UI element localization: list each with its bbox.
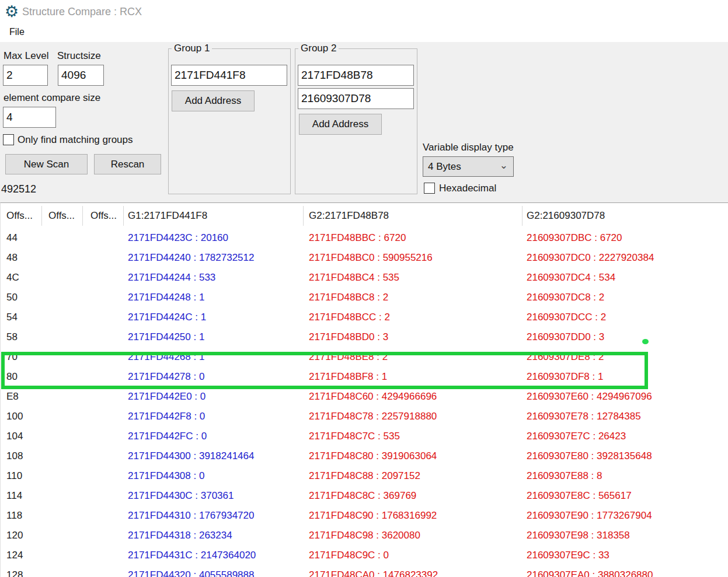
cell-g2b-address-value: 21609307E90 : 1773267904 — [527, 506, 652, 526]
menu-file[interactable]: File — [6, 25, 28, 39]
header-divider — [82, 206, 83, 226]
group2-address-input-2[interactable] — [298, 88, 414, 109]
element-compare-size-input[interactable] — [3, 107, 56, 128]
cell-g2b-address-value: 21609307DC4 : 534 — [527, 268, 615, 288]
cell-g2b-address-value: 21609307E7C : 26423 — [527, 426, 626, 446]
group1-box: Group 1 Add Address — [168, 48, 291, 194]
cell-g2b-address-value: 21609307DD0 : 3 — [527, 327, 604, 347]
group1-title: Group 1 — [172, 43, 212, 54]
header-g1[interactable]: G1:2171FD441F8 — [128, 203, 207, 228]
cell-offset: 110 — [6, 466, 22, 486]
cell-g2b-address-value: 21609307E98 : 318358 — [527, 526, 630, 545]
table-row[interactable]: 80 2171FD44278 : 0 2171FD48BF8 : 1 21609… — [1, 367, 728, 387]
header-divider — [41, 206, 42, 226]
header-divider — [522, 206, 523, 226]
cell-offset: 118 — [6, 506, 22, 526]
table-row[interactable]: 124 2171FD4431C : 2147364020 2171FD48C9C… — [1, 545, 728, 565]
group2-box: Group 2 Add Address — [295, 48, 417, 194]
header-g2a[interactable]: G2:2171FD48B78 — [309, 203, 389, 228]
cell-g1-address-value: 2171FD44244 : 533 — [128, 268, 215, 288]
cell-g2b-address-value: 21609307E8C : 565617 — [527, 486, 632, 506]
cell-g1-address-value: 2171FD4424C : 1 — [128, 307, 206, 327]
variable-display-type-label: Variable display type — [423, 142, 514, 153]
variable-display-type-value: 4 Bytes — [428, 161, 461, 173]
cell-g2a-address-value: 2171FD48C7C : 535 — [309, 426, 400, 446]
menu-bar: File — [0, 23, 728, 42]
header-divider — [303, 206, 304, 226]
table-row[interactable]: 104 2171FD442FC : 0 2171FD48C7C : 535 21… — [1, 426, 728, 446]
group1-address-input[interactable] — [171, 65, 287, 86]
group2-address-input-1[interactable] — [298, 65, 414, 86]
element-compare-size-label: element compare size — [4, 92, 100, 104]
only-matching-label: Only find matching groups — [18, 134, 133, 146]
cell-g2a-address-value: 2171FD48CA0 : 1476823392 — [309, 565, 438, 577]
cell-g2b-address-value: 21609307E88 : 8 — [527, 466, 602, 486]
rescan-button[interactable]: Rescan — [94, 154, 161, 174]
table-row[interactable]: 110 2171FD44308 : 0 2171FD48C88 : 209715… — [1, 466, 728, 486]
cell-g2a-address-value: 2171FD48BD0 : 3 — [309, 327, 388, 347]
cell-g2b-address-value: 21609307DBC : 6720 — [527, 228, 622, 248]
cell-g1-address-value: 2171FD44310 : 1767934720 — [128, 506, 254, 526]
table-row[interactable]: 100 2171FD442F8 : 0 2171FD48C78 : 225791… — [1, 407, 728, 426]
cell-g2a-address-value: 2171FD48C98 : 3620080 — [309, 526, 420, 545]
cell-g1-address-value: 2171FD44250 : 1 — [128, 327, 204, 347]
max-level-label: Max Level — [4, 50, 48, 62]
cell-offset: 58 — [6, 327, 18, 347]
table-row[interactable]: 108 2171FD44300 : 3918241464 2171FD48C80… — [1, 446, 728, 466]
table-row[interactable]: 120 2171FD44318 : 263234 2171FD48C98 : 3… — [1, 526, 728, 545]
header-divider — [123, 206, 124, 226]
table-row[interactable]: E8 2171FD442E0 : 0 2171FD48C60 : 4294966… — [1, 387, 728, 407]
table-row[interactable]: 54 2171FD4424C : 1 2171FD48BCC : 2 21609… — [1, 307, 728, 327]
group2-add-address-button[interactable]: Add Address — [299, 114, 382, 135]
new-scan-button[interactable]: New Scan — [5, 154, 88, 174]
hexadecimal-checkbox[interactable] — [424, 183, 435, 194]
cell-offset: 48 — [6, 248, 18, 268]
cell-g1-address-value: 2171FD44320 : 4055589888 — [128, 565, 254, 577]
table-row[interactable]: 118 2171FD44310 : 1767934720 2171FD48C90… — [1, 506, 728, 526]
cell-g1-address-value: 2171FD44308 : 0 — [128, 466, 204, 486]
cell-g1-address-value: 2171FD44240 : 1782732512 — [128, 248, 254, 268]
header-g2b[interactable]: G2:21609307D78 — [527, 203, 605, 228]
cell-offset: 4C — [6, 268, 19, 288]
cell-g1-address-value: 2171FD44248 : 1 — [128, 288, 204, 307]
cell-g2b-address-value: 21609307E80 : 3928135648 — [527, 446, 652, 466]
table-row[interactable]: 128 2171FD44320 : 4055589888 2171FD48CA0… — [1, 565, 728, 577]
cell-g2a-address-value: 2171FD48BF8 : 1 — [309, 367, 387, 387]
table-body: 44 2171FD4423C : 20160 2171FD48BBC : 672… — [1, 228, 728, 577]
only-matching-checkbox[interactable] — [3, 134, 14, 145]
cell-g2a-address-value: 2171FD48BBC : 6720 — [309, 228, 406, 248]
cell-g2a-address-value: 2171FD48C9C : 0 — [309, 545, 389, 565]
hexadecimal-label: Hexadecimal — [439, 183, 496, 194]
header-offset-1[interactable]: Offs... — [6, 203, 33, 228]
control-panel: Max Level Structsize element compare siz… — [0, 42, 728, 202]
cell-offset: 50 — [6, 288, 18, 307]
table-row[interactable]: 44 2171FD4423C : 20160 2171FD48BBC : 672… — [1, 228, 728, 248]
max-level-input[interactable] — [3, 65, 48, 86]
table-row[interactable]: 4C 2171FD44244 : 533 2171FD48BC4 : 535 2… — [1, 268, 728, 288]
header-offset-2[interactable]: Offs... — [48, 203, 75, 228]
header-offset-3[interactable]: Offs... — [90, 203, 117, 228]
table-row[interactable]: 50 2171FD44248 : 1 2171FD48BC8 : 2 21609… — [1, 288, 728, 307]
cell-g1-address-value: 2171FD44318 : 263234 — [128, 526, 232, 545]
cell-g2b-address-value: 21609307DE8 : 2 — [527, 347, 604, 367]
cell-g2a-address-value: 2171FD48BCC : 2 — [309, 307, 390, 327]
cell-offset: E8 — [6, 387, 19, 407]
chevron-down-icon: ⌄ — [500, 159, 508, 172]
table-row[interactable]: 70 2171FD44268 : 1 2171FD48BE8 : 2 21609… — [1, 347, 728, 367]
group1-add-address-button[interactable]: Add Address — [172, 90, 255, 111]
cell-offset: 100 — [6, 407, 23, 426]
structsize-input[interactable] — [58, 65, 104, 86]
table-row[interactable]: 58 2171FD44250 : 1 2171FD48BD0 : 3 21609… — [1, 327, 728, 347]
table-row[interactable]: 114 2171FD4430C : 370361 2171FD48C8C : 3… — [1, 486, 728, 506]
cell-g2a-address-value: 2171FD48C8C : 369769 — [309, 486, 416, 506]
cell-offset: 114 — [6, 486, 22, 506]
cell-offset: 44 — [6, 228, 18, 248]
structure-compare-window: ⚙ Structure Compare : RCX File Max Level… — [0, 0, 728, 577]
variable-display-type-select[interactable]: 4 Bytes ⌄ — [423, 156, 514, 177]
cell-g2b-address-value: 21609307E78 : 12784385 — [527, 407, 641, 426]
table-row[interactable]: 48 2171FD44240 : 1782732512 2171FD48BC0 … — [1, 248, 728, 268]
cell-offset: 120 — [6, 526, 23, 545]
cell-g2b-address-value: 21609307EA0 : 3880326880 — [527, 565, 653, 577]
cheat-engine-gear-icon: ⚙ — [5, 2, 19, 21]
cell-g2b-address-value: 21609307DC8 : 2 — [527, 288, 604, 307]
